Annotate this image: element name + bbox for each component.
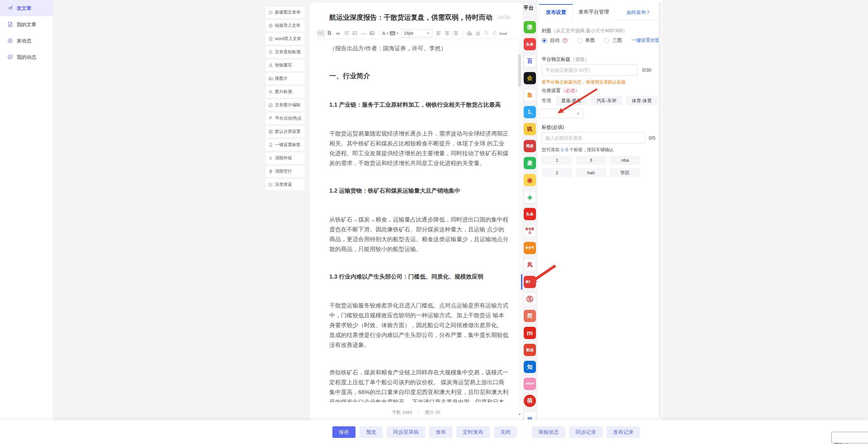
insert-image-icon [369, 31, 375, 36]
platform-icon-green-eye[interactable]: ◈ [524, 191, 536, 203]
editor-content[interactable]: （报告出品方/作者：国海证券，许可、李然）一、行业简介1.1 产业链：服务于工业… [329, 43, 509, 402]
platform-icon-orange-news[interactable]: 快传号 [524, 242, 536, 254]
how-to-publish-link[interactable]: 如何发布？ [627, 10, 650, 16]
unordered-list-button[interactable] [351, 29, 359, 38]
category-chip[interactable]: 汽车-车评 [591, 96, 623, 105]
undo-button[interactable] [482, 29, 490, 38]
tag-suggestion-chip[interactable]: 1 [542, 156, 572, 165]
platform-icon-qiehao[interactable]: 企 [524, 72, 536, 84]
footer-button-3[interactable]: 同步至草稿 [387, 426, 425, 438]
article-title[interactable]: 航运业深度报告：干散货运复盘，供需双弱，待时而动 [329, 13, 479, 22]
cover-radio-3[interactable] [604, 38, 609, 43]
heading-button[interactable]: H1 [317, 29, 325, 38]
tool-button-doc-2[interactable]: word导入文章 [266, 33, 305, 45]
tool-button-grid-9[interactable]: 默认分类设置 [266, 126, 305, 137]
independent-title-input[interactable] [542, 64, 638, 76]
footer-button-1[interactable]: 保存 [332, 426, 355, 438]
platform-icon-yidianzixun[interactable]: 1. [524, 106, 536, 118]
platform-icon-weibo[interactable]: ◉ [524, 174, 536, 186]
panel-scrollbar[interactable] [659, 2, 661, 418]
platform-icon-wangyihao[interactable]: 网易 [524, 140, 536, 152]
ordered-list-button[interactable]: 123 [342, 29, 351, 38]
platform-icon-sina-kandian[interactable]: 新浪看点 [524, 225, 536, 237]
highlight-color-button[interactable]: ab▼ [390, 29, 399, 38]
font-color-button[interactable]: A▼ [381, 29, 390, 38]
platform-icon-souhuhao[interactable]: 狐 [524, 123, 536, 135]
quick-set-cover-link[interactable]: 一键设置封面 [631, 37, 660, 43]
category-chip[interactable]: 体育-体育 [626, 96, 658, 105]
platform-icon-zhihu[interactable]: 知 [524, 361, 536, 373]
category-dropdown[interactable]: ▼ [539, 109, 583, 118]
redo-button[interactable] [490, 29, 499, 38]
stats-separator: | [418, 410, 419, 415]
platform-icon-jianshu[interactable]: 简 [524, 310, 536, 322]
platform-icon-huitoutiao[interactable]: 惠头条 [524, 276, 536, 288]
sidebar-item-doc[interactable]: 我的文章 [0, 16, 53, 33]
platform-icon-bilibili[interactable]: bilibili [524, 378, 536, 390]
cover-radio-2[interactable] [577, 38, 582, 43]
tool-button-label: 平台活动/热点 [275, 116, 301, 121]
tool-button-search-plus-6[interactable]: 图片检测 [266, 86, 305, 97]
tool-button-clock-3[interactable]: 文章原创检测 [266, 47, 305, 58]
html-source-button[interactable]: html [499, 29, 507, 38]
tool-button-flag-8[interactable]: 平台活动/热点 [266, 113, 305, 124]
tag-suggestion-chip[interactable]: 3 [576, 156, 606, 165]
editor-scrollbar[interactable]: ▼ [518, 37, 522, 416]
tool-button-link-1[interactable]: 链接导入文章 [266, 20, 305, 31]
align-right-button[interactable] [451, 29, 460, 38]
tool-button-person-4[interactable]: 智能重写 [266, 60, 305, 71]
footer-button-2[interactable]: 预览 [360, 426, 383, 438]
tag-suggestion-chip[interactable]: hah [576, 168, 606, 177]
scroll-down-icon[interactable]: ▼ [518, 413, 522, 416]
bold-button[interactable]: B [325, 29, 334, 38]
align-left-button[interactable] [434, 29, 443, 38]
platform-icon-wechat[interactable]: 微 [524, 21, 536, 33]
blockquote-button[interactable]: ” [334, 29, 342, 38]
font-size-select[interactable]: 16px▼ [401, 29, 432, 37]
tag-suggestion-chip[interactable]: nba [610, 156, 640, 165]
tab-platform-management[interactable]: 发布平台管理 [573, 4, 614, 20]
tab-publish-settings[interactable]: 发布设置 [539, 4, 573, 20]
platform-icon-dayuhao[interactable]: 鱼 [524, 89, 536, 101]
tool-button-list-13[interactable]: 深度搜索 [266, 179, 305, 190]
category-chip[interactable]: 星座-星座 [556, 96, 587, 105]
footer-record-button-2[interactable]: 同步记录 [569, 426, 603, 438]
platform-icon-fenghuang[interactable]: 凤 [524, 259, 536, 271]
sidebar-item-circle-dot[interactable]: 发动态 [0, 33, 53, 49]
sidebar-item-paper-plane[interactable]: 发文章 [0, 0, 53, 16]
platform-icon-qutoutiao[interactable]: 趣 [524, 157, 536, 169]
footer-button-6[interactable]: 关闭 [494, 426, 517, 438]
align-center-button[interactable] [443, 29, 451, 38]
platform-icon-toutiao[interactable]: 头条 [524, 38, 536, 50]
footer-record-button-1[interactable]: 审核状态 [532, 426, 565, 438]
platform-icon-s-circle[interactable]: Ⓢ [524, 293, 536, 305]
sidebar-item-chat[interactable]: 我的动态 [0, 49, 53, 65]
tool-button-list-plus-0[interactable]: 新建图文发布 [266, 7, 305, 18]
tag-input[interactable] [542, 132, 645, 144]
platform-icon-dongfang-toutiao[interactable]: 头条 [524, 208, 536, 220]
footer-record-button-3[interactable]: 发布记录 [607, 426, 640, 438]
help-icon[interactable]: ? [562, 38, 568, 43]
platform-icon-red-m[interactable]: m [524, 327, 536, 339]
tool-button-image-5[interactable]: 搜图片 [266, 73, 305, 84]
tag-suggestion-chip[interactable]: 2 [542, 168, 572, 177]
platform-icon-kaidi[interactable]: 凯迪 [524, 344, 536, 356]
paper-plane-icon [7, 5, 13, 11]
tool-button-unlink-11[interactable]: 清除外链 [266, 153, 305, 164]
tool-button-trash-12[interactable]: 清除空行 [266, 166, 305, 177]
tag-suggestion-chip[interactable]: 学区 [610, 168, 640, 177]
platform-icon-anime-circle[interactable]: 萌 [524, 395, 536, 407]
cover-radio-1[interactable] [542, 38, 547, 43]
insert-image-button[interactable] [368, 29, 376, 38]
find-replace-button[interactable] [465, 29, 473, 38]
unlink-icon [268, 156, 273, 160]
tool-button-bookmark-10[interactable]: 一键设置标签 [266, 139, 305, 150]
platform-icon-baijiahao[interactable]: 百 [524, 55, 536, 67]
horizontal-rule-button[interactable]: — [359, 29, 368, 38]
clear-format-button[interactable] [473, 29, 482, 38]
tool-button-edit-7[interactable]: 文章图片编辑 [266, 100, 305, 111]
footer-button-5[interactable]: 定时发布 [456, 426, 490, 438]
tag-suggestions: 13nba2hah学区 [542, 156, 647, 177]
footer-button-4[interactable]: 发布 [429, 426, 452, 438]
editor-scrollbar-thumb[interactable] [518, 54, 521, 87]
